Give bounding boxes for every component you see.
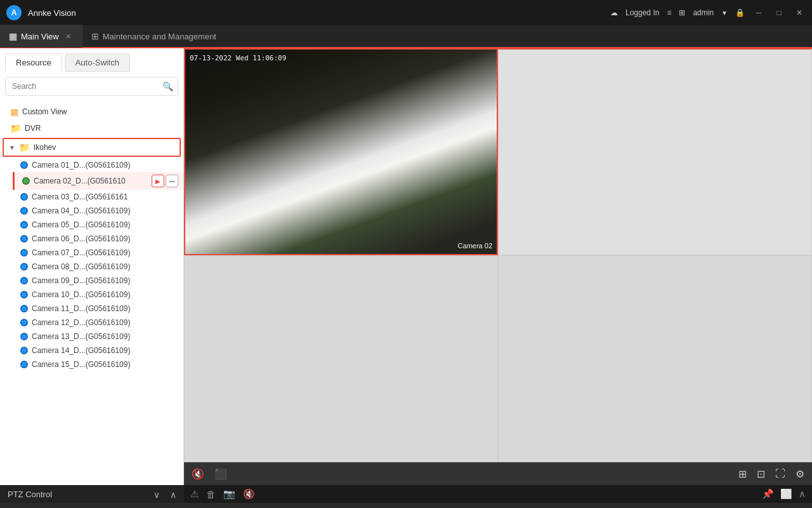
cam02-play-button[interactable]: ▶: [152, 175, 164, 187]
tree-group-ikohev-header[interactable]: ▼ 📁 Ikohev: [3, 138, 181, 157]
main-view-tab-label: Main View: [21, 32, 59, 41]
main-view-tab-close[interactable]: ✕: [63, 31, 74, 42]
sidebar: Resource Auto-Switch 🔍 ▦ Custom View 📁 D…: [0, 48, 184, 485]
camera-item-05[interactable]: Camera 05_D...(G05616109): [13, 218, 183, 232]
tabbar: ▦ Main View ✕ ⊞ Maintenance and Manageme…: [0, 25, 812, 48]
alert-status-icon[interactable]: ⚠: [190, 488, 199, 500]
cam04-status-icon: [20, 207, 28, 215]
admin-chevron-icon[interactable]: ▼: [721, 10, 728, 17]
record-button[interactable]: ⬛: [214, 468, 227, 480]
volume-status-icon[interactable]: 🔇: [243, 488, 255, 500]
camera-item-14[interactable]: Camera 14_D...(G05616109): [13, 344, 183, 358]
cam12-label: Camera 12_D...(G05616109): [32, 318, 178, 327]
camera-item-13[interactable]: Camera 13_D...(G05616109): [13, 330, 183, 344]
camera-item-12[interactable]: Camera 12_D...(G05616109): [13, 316, 183, 330]
expand-status-icon[interactable]: ∧: [799, 488, 806, 500]
logged-in-label: Logged In: [625, 8, 659, 17]
custom-view-label: Custom View: [22, 107, 176, 116]
camera-item-02[interactable]: Camera 02_D...(G0561610 ▶ ••• Live View: [13, 172, 183, 190]
cam02-actions: ▶ •••: [152, 175, 178, 187]
maintenance-tab-icon: ⊞: [91, 31, 99, 41]
cam01-status-icon: [20, 161, 28, 169]
cam02-label: Camera 02_D...(G0561610: [34, 177, 148, 185]
cam13-label: Camera 13_D...(G05616109): [32, 332, 178, 341]
cam15-status-icon: [20, 361, 28, 368]
cam02-more-button[interactable]: •••: [166, 175, 178, 187]
custom-view-icon: ▦: [10, 107, 18, 117]
maximize-button[interactable]: □: [773, 6, 785, 19]
camera-item-06[interactable]: Camera 06_D...(G05616109): [13, 232, 183, 246]
cloud-icon: ☁: [610, 8, 618, 17]
cam07-status-icon: [20, 249, 28, 257]
fit-button[interactable]: ⊡: [757, 468, 765, 480]
camera-item-08[interactable]: Camera 08_D...(G05616109): [13, 260, 183, 274]
tree-group-ikohev: ▼ 📁 Ikohev Camera 01_D...(G05616109) Cam…: [0, 138, 183, 371]
camera-item-03[interactable]: Camera 03_D...(G05616161: [13, 190, 183, 204]
minimize-button[interactable]: ─: [752, 6, 765, 19]
ptz-label: PTZ Control: [8, 490, 143, 499]
pin-status-icon[interactable]: 📌: [762, 488, 774, 500]
cam02-status-icon: [22, 177, 30, 185]
cam10-label: Camera 10_D...(G05616109): [32, 290, 178, 299]
ikohev-label: Ikohev: [34, 143, 56, 152]
list-icon[interactable]: ≡: [667, 8, 671, 17]
search-input[interactable]: [5, 77, 178, 96]
ptz-control-bar: PTZ Control ∨ ∧: [0, 485, 184, 503]
camera-item-09[interactable]: Camera 09_D...(G05616109): [13, 274, 183, 288]
camera-status-icon[interactable]: 📷: [223, 488, 235, 500]
fullscreen-button[interactable]: ⛶: [775, 468, 785, 479]
video-cell-3[interactable]: [184, 255, 498, 462]
grid-layout-button[interactable]: ⊞: [738, 468, 747, 480]
camera-item-10[interactable]: Camera 10_D...(G05616109): [13, 288, 183, 302]
main-content: Resource Auto-Switch 🔍 ▦ Custom View 📁 D…: [0, 48, 812, 485]
titlebar: A Annke Vision ☁ Logged In ≡ ⊞ admin ▼ 🔒…: [0, 0, 812, 25]
tree-item-dvr[interactable]: 📁 DVR: [0, 120, 183, 137]
camera-item-11[interactable]: Camera 11_D...(G05616109): [13, 302, 183, 316]
ikohev-folder-icon: 📁: [19, 142, 30, 152]
tab-main-view[interactable]: ▦ Main View ✕: [0, 25, 82, 48]
sidebar-tab-auto-switch[interactable]: Auto-Switch: [65, 53, 130, 72]
cam03-status-icon: [20, 193, 28, 201]
video-cell-2[interactable]: [498, 48, 812, 255]
monitor-icon[interactable]: ⊞: [679, 8, 685, 17]
search-box: 🔍: [5, 77, 178, 96]
dvr-icon: 📁: [10, 123, 21, 133]
camera-item-04[interactable]: Camera 04_D...(G05616109): [13, 204, 183, 218]
video-feed-1: [185, 49, 497, 255]
statusbar-right: 📌 ⬜ ∧: [762, 488, 806, 500]
statusbar: ⚠ 🗑 📷 🔇 📌 ⬜ ∧: [184, 485, 812, 503]
dvr-label: DVR: [25, 124, 176, 133]
cam13-status-icon: [20, 333, 28, 340]
ptz-up-button[interactable]: ∧: [170, 490, 176, 500]
bottom-area: PTZ Control ∨ ∧ ⚠ 🗑 📷 🔇 📌 ⬜ ∧: [0, 485, 812, 503]
video-cell-4[interactable]: [498, 255, 812, 462]
cam03-label: Camera 03_D...(G05616161: [32, 192, 178, 201]
cam11-status-icon: [20, 305, 28, 312]
ptz-down-button[interactable]: ∨: [154, 490, 160, 500]
volume-button[interactable]: 🔇: [192, 468, 204, 480]
admin-label: admin: [693, 8, 714, 17]
close-button[interactable]: ✕: [793, 6, 806, 19]
video-grid: 07-13-2022 Wed 11:06:09 Camera 02: [184, 48, 812, 462]
camera-item-01[interactable]: Camera 01_D...(G05616109): [13, 158, 183, 172]
camera-item-15[interactable]: Camera 15_D...(G05616109): [13, 358, 183, 371]
app-title: Annke Vision: [28, 8, 76, 18]
cam14-label: Camera 14_D...(G05616109): [32, 346, 178, 355]
maintenance-tab-label: Maintenance and Management: [103, 32, 216, 41]
video-timestamp-1: 07-13-2022 Wed 11:06:09: [190, 54, 286, 62]
window-status-icon[interactable]: ⬜: [780, 488, 792, 500]
cam12-status-icon: [20, 319, 28, 326]
video-controls-bar: 🔇 ⬛ ⊞ ⊡ ⛶ ⚙: [184, 462, 812, 485]
cam04-label: Camera 04_D...(G05616109): [32, 206, 178, 215]
video-label-1: Camera 02: [458, 242, 492, 250]
video-cell-1[interactable]: 07-13-2022 Wed 11:06:09 Camera 02: [184, 48, 498, 255]
cam15-label: Camera 15_D...(G05616109): [32, 360, 178, 369]
cam08-label: Camera 08_D...(G05616109): [32, 262, 178, 271]
tree-item-custom-view[interactable]: ▦ Custom View: [0, 104, 183, 120]
camera-item-07[interactable]: Camera 07_D...(G05616109): [13, 246, 183, 260]
delete-status-icon[interactable]: 🗑: [206, 489, 216, 500]
lock-icon[interactable]: 🔒: [735, 8, 745, 17]
sidebar-tab-resource[interactable]: Resource: [5, 53, 62, 72]
video-settings-button[interactable]: ⚙: [796, 468, 804, 480]
tab-maintenance[interactable]: ⊞ Maintenance and Management: [82, 25, 225, 48]
